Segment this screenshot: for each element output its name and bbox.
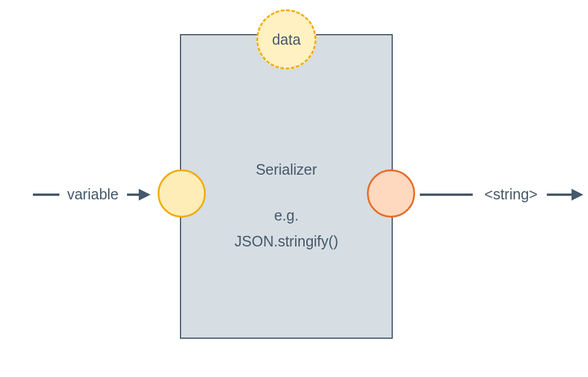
output-arrow: <string> <box>420 186 586 203</box>
data-node-label: data <box>256 9 316 69</box>
box-title: Serializer <box>180 161 393 178</box>
output-arrow-label: <string> <box>485 186 537 202</box>
input-port <box>158 169 206 218</box>
output-port <box>367 169 415 218</box>
box-method: JSON.stringify() <box>180 233 393 250</box>
box-example-prefix: e.g. <box>180 207 393 224</box>
input-arrow: variable <box>33 186 153 203</box>
input-arrow-label: variable <box>67 186 119 202</box>
serializer-box <box>180 34 393 339</box>
diagram-stage: Serializer e.g. JSON.stringify() data va… <box>0 0 588 377</box>
